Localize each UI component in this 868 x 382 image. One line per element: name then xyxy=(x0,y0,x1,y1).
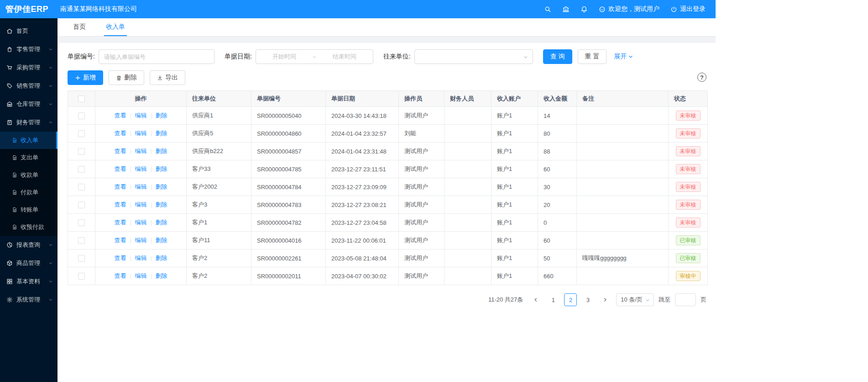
page-button-1[interactable]: 1 xyxy=(547,293,559,306)
cell-amount: 88 xyxy=(538,143,577,160)
row-action-查看[interactable]: 查看 xyxy=(115,272,126,279)
table-header-row: 操作往来单位单据编号单据日期操作员财务人员收入账户收入金额备注状态 xyxy=(68,91,708,107)
sidebar-subitem-转账单[interactable]: 转账单 xyxy=(0,201,58,218)
tab-收入单[interactable]: 收入单 xyxy=(104,18,127,36)
row-action-编辑[interactable]: 编辑 xyxy=(135,112,147,119)
sidebar-item-label: 报表查询 xyxy=(16,241,47,249)
row-checkbox[interactable] xyxy=(78,202,85,208)
row-action-编辑[interactable]: 编辑 xyxy=(135,272,147,279)
delete-button[interactable]: 删除 xyxy=(109,70,144,85)
row-action-查看[interactable]: 查看 xyxy=(115,201,126,208)
row-action-删除[interactable]: 删除 xyxy=(156,219,167,226)
partner-select[interactable] xyxy=(414,49,533,64)
row-action-查看[interactable]: 查看 xyxy=(115,237,126,244)
row-checkbox[interactable] xyxy=(78,130,85,137)
cell-bill_no: SR00000004783 xyxy=(251,196,326,214)
row-checkbox[interactable] xyxy=(78,148,85,155)
sidebar-subitem-付款单[interactable]: 付款单 xyxy=(0,184,58,201)
jump-page-input[interactable] xyxy=(675,293,696,306)
sidebar-item-系统管理[interactable]: 系统管理 xyxy=(0,291,58,309)
search-icon[interactable] xyxy=(544,5,551,13)
power-icon xyxy=(670,6,677,13)
row-action-删除[interactable]: 删除 xyxy=(156,201,167,208)
cell-status: 未审核 xyxy=(669,107,708,125)
row-action-删除[interactable]: 删除 xyxy=(156,183,167,190)
sidebar-item-报表查询[interactable]: 报表查询 xyxy=(0,236,58,254)
help-icon[interactable] xyxy=(697,73,706,82)
bell-icon[interactable] xyxy=(580,5,588,13)
row-select-cell xyxy=(68,125,95,143)
tab-首页[interactable]: 首页 xyxy=(71,18,88,36)
row-action-编辑[interactable]: 编辑 xyxy=(135,237,147,244)
cell-remark: 嘎嘎嘎gggggggg xyxy=(577,249,669,267)
cell-amount: 0 xyxy=(538,214,577,232)
row-action-编辑[interactable]: 编辑 xyxy=(135,183,147,190)
welcome-text: 欢迎您，测试用户 xyxy=(608,5,659,13)
expand-link[interactable]: 展开 xyxy=(614,53,633,61)
page-size-select[interactable]: 10 条/页 xyxy=(616,293,654,306)
logout-button[interactable]: 退出登录 xyxy=(670,5,706,13)
row-actions-cell: 查看编辑删除 xyxy=(95,143,187,160)
sidebar-item-采购管理[interactable]: 采购管理 xyxy=(0,58,58,77)
trash-icon xyxy=(116,75,122,81)
row-action-编辑[interactable]: 编辑 xyxy=(135,165,147,172)
row-action-查看[interactable]: 查看 xyxy=(115,112,126,119)
row-action-编辑[interactable]: 编辑 xyxy=(135,219,147,226)
page-button-2[interactable]: 2 xyxy=(564,293,577,306)
cell-remark xyxy=(577,178,669,196)
row-action-删除[interactable]: 删除 xyxy=(156,272,167,279)
sidebar-item-基本资料[interactable]: 基本资料 xyxy=(0,272,58,291)
row-checkbox[interactable] xyxy=(78,255,85,262)
sidebar-item-首页[interactable]: 首页 xyxy=(0,22,58,40)
row-action-查看[interactable]: 查看 xyxy=(115,219,126,226)
status-badge: 未审核 xyxy=(676,111,701,121)
row-checkbox[interactable] xyxy=(78,166,85,173)
table-row: 查看编辑删除客户2002SR000000047842023-12-27 23:0… xyxy=(68,178,708,196)
sidebar-subitem-收款单[interactable]: 收款单 xyxy=(0,166,58,184)
date-range-picker[interactable]: 开始时间 ~ 结束时间 xyxy=(256,49,373,64)
select-all-checkbox[interactable] xyxy=(78,96,85,102)
row-checkbox[interactable] xyxy=(78,184,85,191)
row-action-查看[interactable]: 查看 xyxy=(115,165,126,172)
table-row: 查看编辑删除客户2SR000000020112023-04-07 00:30:0… xyxy=(68,267,708,285)
bank-icon[interactable] xyxy=(562,5,570,13)
next-page-button[interactable] xyxy=(599,293,612,306)
row-action-查看[interactable]: 查看 xyxy=(115,255,126,261)
row-action-查看[interactable]: 查看 xyxy=(115,183,126,190)
cell-finance_staff xyxy=(444,107,492,125)
row-action-编辑[interactable]: 编辑 xyxy=(135,148,147,154)
row-action-删除[interactable]: 删除 xyxy=(156,237,167,244)
row-action-编辑[interactable]: 编辑 xyxy=(135,130,147,137)
sidebar-item-仓库管理[interactable]: 仓库管理 xyxy=(0,95,58,113)
sidebar-item-销售管理[interactable]: 销售管理 xyxy=(0,77,58,95)
add-button[interactable]: 新增 xyxy=(68,70,103,85)
row-select-cell xyxy=(68,267,95,285)
row-action-删除[interactable]: 删除 xyxy=(156,148,167,154)
chevron-up-icon xyxy=(48,120,53,125)
row-action-编辑[interactable]: 编辑 xyxy=(135,255,147,261)
search-button[interactable]: 查 询 xyxy=(543,49,572,64)
sidebar-item-零售管理[interactable]: 零售管理 xyxy=(0,40,58,58)
sidebar-item-商品管理[interactable]: 商品管理 xyxy=(0,254,58,272)
row-action-删除[interactable]: 删除 xyxy=(156,165,167,172)
row-action-查看[interactable]: 查看 xyxy=(115,148,126,154)
row-action-删除[interactable]: 删除 xyxy=(156,130,167,137)
prev-page-button[interactable] xyxy=(529,293,542,306)
row-action-删除[interactable]: 删除 xyxy=(156,112,167,119)
row-checkbox[interactable] xyxy=(78,112,85,119)
sidebar-item-财务管理[interactable]: 财务管理 xyxy=(0,113,58,132)
row-checkbox[interactable] xyxy=(78,273,85,280)
row-action-编辑[interactable]: 编辑 xyxy=(135,201,147,208)
sidebar-subitem-收预付款[interactable]: 收预付款 xyxy=(0,218,58,236)
sidebar-subitem-支出单[interactable]: 支出单 xyxy=(0,149,58,166)
row-action-删除[interactable]: 删除 xyxy=(156,255,167,261)
sidebar-subitem-收入单[interactable]: 收入单 xyxy=(0,132,58,149)
row-action-查看[interactable]: 查看 xyxy=(115,130,126,137)
user-welcome[interactable]: 欢迎您，测试用户 xyxy=(599,5,659,13)
row-checkbox[interactable] xyxy=(78,237,85,244)
row-checkbox[interactable] xyxy=(78,219,85,226)
bill-no-input[interactable] xyxy=(99,49,214,64)
export-button[interactable]: 导出 xyxy=(150,70,185,85)
reset-button[interactable]: 重 置 xyxy=(578,49,607,64)
page-button-3[interactable]: 3 xyxy=(581,293,594,306)
